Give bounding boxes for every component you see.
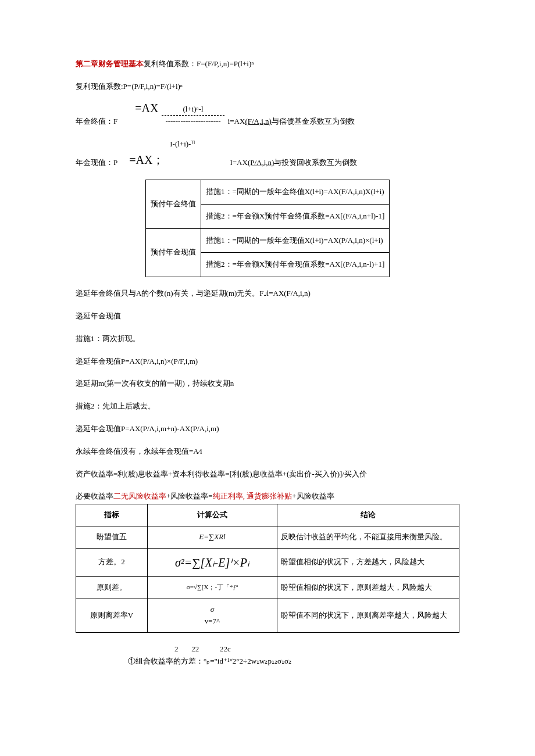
para-perpetual: 永续年金终值没有，永续年金现值=A∕i (76, 446, 459, 458)
para-return-rate: 资产收益率=利(股)息收益率+资本利得收益率=[利(股)息收益率+(卖出价-买入… (76, 468, 459, 481)
chapter-title: 第二章财务管理基本 (76, 59, 144, 68)
cell-prepaid-fv-m2: 措施2：=年金额X预付年金终值系数=AX[(F/A,i,n+l)-1] (201, 204, 390, 228)
para-method-1-formula: 递延年金现值P=AX(P/A,i,n)×(P/F,i,m) (76, 356, 459, 368)
cell-variance-formula: σ²=∑[Xᵢ-E]ⁱ×Pᵢ (175, 556, 249, 569)
cell-variance: 方差。2 (76, 548, 148, 576)
th-formula: 计算公式 (148, 504, 277, 526)
annuity-due-table: 预付年金终值 措施1：=同期的一般年金终值X(l+i)=AX(F/A,i,n)X… (145, 180, 390, 277)
table-row: 盼望值五 E=∑XRl 反映估计收益的平均化，不能直接用来衡量风险。 (76, 526, 459, 548)
table-header-row: 指标 计算公式 结论 (76, 504, 459, 526)
table-row: 预付年金现值 措施1：=同期的一般年金现值X(l+i)=AX(P/A,i,n)×… (146, 228, 390, 253)
annuity-pv-tail-2: 与投资回收系数互为倒数 (274, 158, 357, 167)
annuity-fv-numerator: (l+i)ⁿ-l (162, 103, 224, 116)
annuity-fv-tail: i=AX(F/A,i,n)与偿债基金系数互为倒数 (228, 116, 355, 128)
annuity-pv-eq: =AX； (129, 153, 164, 166)
cv-sigma: σ (151, 604, 273, 616)
req-red-1: 二无风险收益率 (113, 492, 166, 500)
fv-factor-text: 复利终值系数：F=(F/P,i,n)=P(l+i)ⁿ (144, 59, 254, 68)
req-part-1: 必要收益率 (76, 492, 113, 500)
req-red-2: 纯正利率, 通货膨张补贴 (213, 492, 293, 500)
cell-prepaid-fv-m1: 措施1：=同期的一般年金终值X(l+i)=AX(F/A,i,n)X(l+i) (201, 180, 390, 204)
cell-prepaid-pv-m2: 措施2：=年金额X预付年金现值系数=AX[(P/A,i,n-l)+1] (201, 253, 390, 277)
cell-prepaid-pv: 预付年金现值 (146, 228, 201, 277)
line-fv-factor: 第二章财务管理基本复利终值系数：F=(F/P,i,n)=P(l+i)ⁿ (76, 58, 459, 70)
cell-variance-conclusion: 盼望值相似的状况下，方差越大，风险越大 (277, 548, 459, 576)
para-deferred-fv: 递延年金终值只与A的个数(n)有关，与递延期(m)无关。Fᴊl=AX(F/A,i… (76, 288, 459, 300)
cell-expected-formula: E=∑XRl (148, 526, 277, 548)
annuity-fv-eq: =AX (135, 99, 158, 117)
th-indicator: 指标 (76, 504, 148, 526)
cell-expected: 盼望值五 (76, 526, 148, 548)
portfolio-label: ①组合收益率的方差： (128, 657, 204, 665)
para-method-1: 措施1：两次折现。 (76, 333, 459, 345)
portfolio-sup-line: 2 22 22c (174, 643, 459, 655)
para-method-2-formula: 递延年金现值P=AX(P/Λ,i,m+n)-AX(P/A,i,m) (76, 423, 459, 435)
annuity-pv-numerator: I-(l+i)-ᵀˡ (170, 138, 195, 151)
line-pv-factor: 复利现值系数:P=(P/F,i,n)=F/(l+i)ⁿ (76, 81, 459, 93)
cell-prepaid-pv-m1: 措施1：=同期的一般年金现值X(l+i)=AX(P/A,i,n)×(l+i) (201, 228, 390, 253)
cell-cv-formula: σ v=7^ (148, 599, 277, 633)
annuity-fv-fraction: (l+i)ⁿ-l ---------------------- (162, 103, 224, 128)
cell-stddev-formula: σ=√∑[X；-丁「*ƒª (148, 576, 277, 599)
cell-expected-conclusion: 反映估计收益的平均化，不能直接用来衡量风险。 (277, 526, 459, 548)
table-row: 方差。2 σ²=∑[Xᵢ-E]ⁱ×Pᵢ 盼望值相似的状况下，方差越大，风险越大 (76, 548, 459, 576)
annuity-pv-tail: I=AX(P/A,i,n)与投资回收系数互为倒数 (230, 157, 357, 169)
portfolio-formula: °ₚ="id⁺¹ᵛ2°2÷2w₁w₂p₁₂σ₁σ₂ (204, 657, 291, 665)
para-deferred-pv: 递延年金现值 (76, 310, 459, 323)
table-row: 预付年金终值 措施1：=同期的一般年金终值X(l+i)=AX(F/A,i,n)X… (146, 180, 390, 204)
annuity-fv-tail-u: (F/A,i,n) (245, 117, 272, 126)
table-row: 原则差。 σ=√∑[X；-丁「*ƒª 盼望值相似的状况下，原则差越大，风险越大 (76, 576, 459, 599)
cell-cv-conclusion: 盼望值不同的状况下，原则离差率越大，风险越大 (277, 599, 459, 633)
cv-v-eq: v=7^ (151, 615, 273, 628)
table-row: 原则离差率V σ v=7^ 盼望值不同的状况下，原则离差率越大，风险越大 (76, 599, 459, 633)
portfolio-variance-line: 2 22 22c ①组合收益率的方差：°ₚ="id⁺¹ᵛ2°2÷2w₁w₂p₁₂… (76, 643, 459, 668)
stats-table: 指标 计算公式 结论 盼望值五 E=∑XRl 反映估计收益的平均化，不能直接用来… (76, 504, 459, 633)
cell-prepaid-fv: 预付年金终值 (146, 180, 201, 228)
annuity-pv-tail-u: (P/A,i,n) (248, 158, 274, 167)
th-conclusion: 结论 (277, 504, 459, 526)
annuity-fv-dashes: ---------------------- (162, 116, 224, 128)
portfolio-main-line: ①组合收益率的方差：°ₚ="id⁺¹ᵛ2°2÷2w₁w₂p₁₂σ₁σ₂ (128, 655, 459, 668)
annuity-fv-row: 年金终值：F =AX (l+i)ⁿ-l --------------------… (76, 103, 459, 128)
annuity-fv-label: 年金终值：F (76, 116, 117, 128)
annuity-pv-tail-1: I=AX (230, 158, 247, 167)
cell-stddev: 原则差。 (76, 576, 148, 599)
annuity-fv-tail-2: 与偿债基金系数互为倒数 (272, 117, 355, 126)
annuity-pv-row: 年金现值：P I-(l+i)-ᵀˡ =AX； I=AX(P/A,i,n)与投资回… (76, 138, 459, 169)
para-required-rate: 必要收益率二无风险收益率+风险收益率=纯正利率, 通货膨张补贴+风险收益率 (76, 490, 459, 503)
req-part-2: +风险收益率= (166, 492, 213, 500)
annuity-fv-tail-1: i=AX (228, 117, 245, 126)
req-part-3: +风险收益率 (292, 492, 334, 500)
annuity-pv-label: 年金现值：P (76, 157, 117, 169)
cell-stddev-conclusion: 盼望值相似的状况下，原则差越大，风险越大 (277, 576, 459, 599)
para-defer-period: 递延期m(第一次有收支的前一期)，持续收支期n (76, 378, 459, 390)
para-method-2: 措施2：先加上后减去。 (76, 400, 459, 413)
cell-cv: 原则离差率V (76, 599, 148, 633)
